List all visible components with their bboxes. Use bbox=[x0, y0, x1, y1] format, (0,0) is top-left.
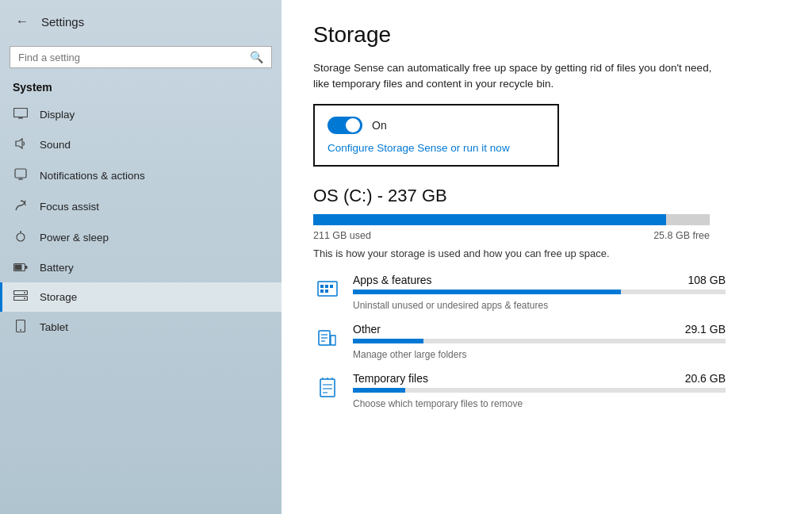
apps-details: Apps & features 108 GB Uninstall unused … bbox=[353, 274, 726, 312]
battery-icon bbox=[13, 261, 29, 274]
svg-point-14 bbox=[24, 292, 25, 293]
power-icon bbox=[13, 230, 29, 245]
category-other[interactable]: Other 29.1 GB Manage other large folders bbox=[313, 323, 726, 361]
notifications-label: Notifications & actions bbox=[40, 170, 145, 182]
temp-bar-wrap bbox=[353, 388, 726, 393]
sidebar-item-power[interactable]: Power & sleep bbox=[0, 222, 282, 253]
storage-sense-toggle[interactable] bbox=[327, 117, 362, 134]
svg-rect-11 bbox=[25, 266, 28, 269]
sound-icon bbox=[13, 137, 29, 152]
free-label: 25.8 GB free bbox=[653, 230, 710, 241]
display-icon bbox=[13, 108, 29, 121]
other-bar bbox=[353, 339, 423, 343]
apps-icon bbox=[313, 275, 342, 304]
notifications-icon bbox=[13, 168, 29, 183]
other-header: Other 29.1 GB bbox=[353, 323, 726, 336]
temp-size: 20.6 GB bbox=[685, 372, 726, 385]
back-button[interactable]: ← bbox=[13, 11, 32, 32]
sidebar-item-sound[interactable]: Sound bbox=[0, 129, 282, 160]
focus-icon bbox=[13, 199, 29, 214]
svg-rect-20 bbox=[325, 285, 328, 288]
temp-desc: Choose which temporary files to remove bbox=[353, 398, 523, 409]
other-details: Other 29.1 GB Manage other large folders bbox=[353, 323, 726, 361]
settings-title: Settings bbox=[41, 15, 84, 29]
search-icon: 🔍 bbox=[250, 51, 263, 63]
apps-name: Apps & features bbox=[353, 274, 432, 286]
apps-size: 108 GB bbox=[688, 274, 726, 286]
sidebar-item-focus[interactable]: Focus assist bbox=[0, 191, 282, 222]
search-box[interactable]: 🔍 bbox=[10, 46, 272, 68]
sidebar: ← Settings 🔍 System Display Sound Notifi… bbox=[0, 0, 282, 514]
battery-label: Battery bbox=[40, 262, 74, 274]
svg-rect-21 bbox=[330, 285, 333, 288]
apps-bar-wrap bbox=[353, 290, 726, 294]
sidebar-header: ← Settings bbox=[0, 0, 282, 43]
category-list: Apps & features 108 GB Uninstall unused … bbox=[313, 274, 780, 410]
main-content: Storage Storage Sense can automatically … bbox=[282, 0, 812, 514]
storage-icon bbox=[13, 290, 29, 304]
page-title: Storage bbox=[313, 22, 780, 48]
svg-rect-10 bbox=[15, 265, 22, 270]
sidebar-item-battery[interactable]: Battery bbox=[0, 253, 282, 282]
toggle-label: On bbox=[372, 119, 387, 132]
svg-rect-19 bbox=[320, 285, 324, 288]
category-temp[interactable]: Temporary files 20.6 GB Choose which tem… bbox=[313, 372, 726, 410]
drive-title: OS (C:) - 237 GB bbox=[313, 186, 780, 206]
tablet-icon bbox=[13, 320, 29, 335]
toggle-knob bbox=[346, 118, 360, 132]
temp-details: Temporary files 20.6 GB Choose which tem… bbox=[353, 372, 726, 410]
system-label: System bbox=[0, 76, 282, 100]
storage-labels: 211 GB used 25.8 GB free bbox=[313, 230, 710, 241]
svg-point-15 bbox=[24, 297, 25, 299]
tablet-label: Tablet bbox=[40, 321, 68, 333]
other-name: Other bbox=[353, 323, 381, 336]
svg-point-7 bbox=[17, 233, 25, 241]
search-input[interactable] bbox=[18, 52, 245, 63]
svg-marker-3 bbox=[16, 139, 22, 148]
category-apps[interactable]: Apps & features 108 GB Uninstall unused … bbox=[313, 274, 726, 312]
temp-bar bbox=[353, 388, 405, 393]
svg-rect-4 bbox=[15, 169, 26, 178]
temp-name: Temporary files bbox=[353, 372, 428, 385]
storage-bar bbox=[313, 214, 710, 225]
svg-rect-23 bbox=[325, 290, 328, 293]
apps-header: Apps & features 108 GB bbox=[353, 274, 726, 286]
used-label: 211 GB used bbox=[313, 230, 371, 241]
storage-info-text: This is how your storage is used and how… bbox=[313, 247, 780, 259]
storage-bar-free bbox=[666, 214, 710, 225]
other-icon bbox=[313, 324, 342, 353]
display-label: Display bbox=[40, 109, 75, 121]
svg-rect-0 bbox=[14, 109, 28, 117]
other-size: 29.1 GB bbox=[685, 323, 726, 336]
sidebar-item-notifications[interactable]: Notifications & actions bbox=[0, 160, 282, 191]
configure-link[interactable]: Configure Storage Sense or run it now bbox=[327, 142, 542, 154]
storage-sense-box: On Configure Storage Sense or run it now bbox=[313, 104, 559, 167]
apps-desc: Uninstall unused or undesired apps & fea… bbox=[353, 300, 548, 311]
sound-label: Sound bbox=[40, 139, 71, 151]
storage-label: Storage bbox=[40, 291, 77, 303]
toggle-row: On bbox=[327, 117, 542, 134]
svg-point-17 bbox=[20, 329, 21, 331]
other-desc: Manage other large folders bbox=[353, 349, 466, 360]
temp-header: Temporary files 20.6 GB bbox=[353, 372, 726, 385]
svg-rect-18 bbox=[318, 282, 337, 296]
sidebar-item-display[interactable]: Display bbox=[0, 100, 282, 129]
storage-bar-used bbox=[313, 214, 666, 225]
power-label: Power & sleep bbox=[40, 232, 109, 244]
temp-icon bbox=[313, 374, 342, 402]
sidebar-item-tablet[interactable]: Tablet bbox=[0, 312, 282, 343]
storage-sense-description: Storage Sense can automatically free up … bbox=[313, 60, 726, 93]
nav-list: Display Sound Notifications & actions Fo… bbox=[0, 100, 282, 343]
sidebar-item-storage[interactable]: Storage bbox=[0, 282, 282, 312]
apps-bar bbox=[353, 290, 621, 294]
svg-rect-28 bbox=[320, 379, 335, 397]
svg-rect-22 bbox=[320, 290, 324, 293]
focus-label: Focus assist bbox=[40, 201, 99, 213]
other-bar-wrap bbox=[353, 339, 726, 343]
